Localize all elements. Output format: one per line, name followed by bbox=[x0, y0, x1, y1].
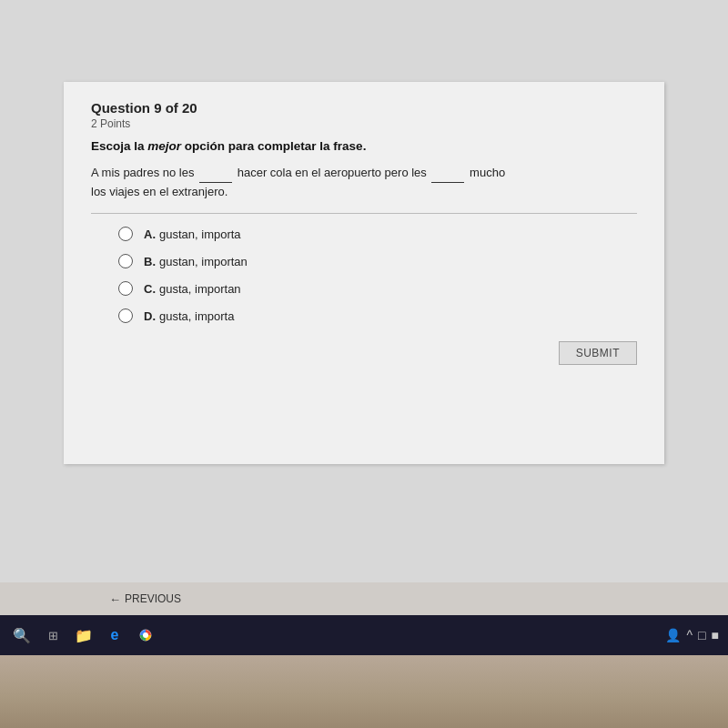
q-part1: A mis padres no les bbox=[91, 166, 194, 179]
option-c-text: gusta, importan bbox=[159, 282, 241, 296]
prev-bar: ← PREVIOUS bbox=[0, 582, 728, 615]
option-a-text: gustan, importa bbox=[159, 228, 241, 241]
left-arrow-icon: ← bbox=[109, 592, 121, 606]
blank-2 bbox=[431, 164, 464, 183]
option-b-label: B. bbox=[144, 255, 156, 268]
option-d-text: gusta, importa bbox=[159, 309, 234, 323]
q-part2: hacer cola en el aeropuerto pero les bbox=[238, 166, 427, 179]
submit-container: SUBMIT bbox=[91, 341, 637, 365]
radio-b[interactable] bbox=[118, 254, 133, 268]
option-c[interactable]: C. gusta, importan bbox=[118, 281, 637, 296]
instruction-before: Escoja la bbox=[91, 139, 147, 153]
cortana-icon[interactable]: 🔍 bbox=[9, 622, 35, 648]
caret-up-icon: ^ bbox=[686, 628, 693, 642]
option-d-label: D. bbox=[144, 309, 156, 323]
option-a-label: A. bbox=[144, 228, 156, 241]
radio-c[interactable] bbox=[118, 281, 133, 296]
question-text: A mis padres no les hacer cola en el aer… bbox=[91, 164, 637, 200]
points-label: 2 Points bbox=[91, 117, 637, 130]
instruction-text: Escoja la mejor opción para completar la… bbox=[91, 139, 637, 153]
option-a[interactable]: A. gustan, importa bbox=[118, 227, 637, 241]
network-icon: □ bbox=[698, 628, 705, 642]
submit-button[interactable]: SUBMIT bbox=[559, 341, 637, 365]
question-number: Question 9 of 20 bbox=[91, 100, 637, 116]
file-explorer-icon[interactable]: 📁 bbox=[71, 622, 96, 648]
option-b[interactable]: B. gustan, importan bbox=[118, 254, 637, 268]
taskbar: 🔍 ⊞ 📁 e 👤 ^ □ ■ bbox=[0, 615, 728, 655]
radio-d[interactable] bbox=[118, 308, 133, 323]
options-list: A. gustan, importa B. gustan, importan C… bbox=[91, 227, 637, 323]
wood-texture bbox=[0, 655, 728, 728]
previous-label: PREVIOUS bbox=[125, 592, 181, 605]
chrome-icon[interactable] bbox=[133, 622, 158, 648]
edge-icon[interactable]: e bbox=[102, 622, 127, 648]
option-c-label: C. bbox=[144, 282, 156, 296]
battery-icon: ■ bbox=[712, 628, 719, 642]
bottom-area: ← PREVIOUS 🔍 ⊞ 📁 e 👤 ^ □ ■ bbox=[0, 582, 728, 728]
taskbar-right: 👤 ^ □ ■ bbox=[665, 628, 719, 642]
task-view-icon[interactable]: ⊞ bbox=[40, 622, 66, 648]
instruction-after: opción para completar la frase. bbox=[181, 139, 366, 153]
system-tray: 👤 ^ □ ■ bbox=[665, 628, 719, 642]
option-d[interactable]: D. gusta, importa bbox=[118, 308, 637, 323]
blank-1 bbox=[199, 164, 232, 183]
divider bbox=[91, 213, 637, 214]
person-icon: 👤 bbox=[665, 628, 681, 642]
quiz-card: Question 9 of 20 2 Points Escoja la mejo… bbox=[64, 82, 664, 464]
radio-a[interactable] bbox=[118, 227, 133, 241]
svg-point-1 bbox=[143, 632, 148, 638]
option-b-text: gustan, importan bbox=[159, 255, 248, 268]
previous-link[interactable]: ← PREVIOUS bbox=[109, 592, 181, 606]
q-part4: los viajes en el extranjero. bbox=[91, 185, 228, 198]
q-part3: mucho bbox=[470, 166, 505, 179]
instruction-italic: mejor bbox=[147, 139, 181, 153]
